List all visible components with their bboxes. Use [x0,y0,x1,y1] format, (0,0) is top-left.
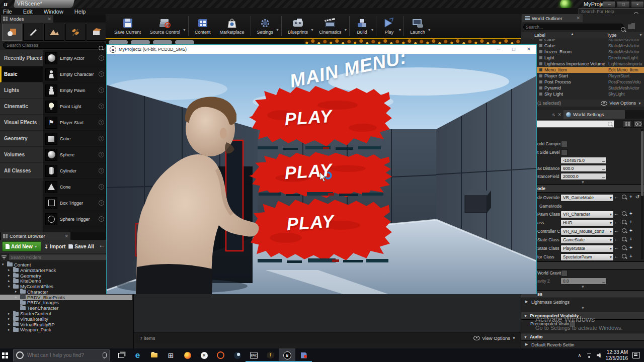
add-icon[interactable]: + [629,245,632,250]
taskbar-app[interactable] [295,348,312,362]
game-mode-section-header[interactable]: ode [521,185,644,193]
table-row[interactable]: Player Start PlayerStart [521,73,644,79]
grid-view-icon[interactable] [623,120,632,128]
scrollbar[interactable] [641,129,643,259]
search-classes-input[interactable] [3,42,106,49]
add-icon[interactable]: + [629,236,632,242]
back-arrow-icon[interactable]: ← [614,219,619,225]
chevron-down-icon[interactable]: ▼ [310,28,314,32]
tab-content-browser[interactable]: Content Browser ✕ [1,232,70,240]
expand-arrow-icon[interactable] [8,312,12,316]
expand-arrow-icon[interactable] [8,279,12,283]
expand-arrow-icon[interactable]: ▶ [525,300,528,304]
browse-icon[interactable] [622,237,626,241]
blueprints-button[interactable]: Blueprints [283,14,312,38]
settings-search-input[interactable] [523,120,614,128]
checkbox[interactable] [561,149,568,156]
browse-icon[interactable] [622,254,626,258]
physics-section-header[interactable] [521,261,644,269]
lightmass-settings-row[interactable]: ▶ Lightmass Settings [521,298,644,306]
create-folder-icon[interactable] [628,23,635,29]
back-arrow-icon[interactable]: ← [614,236,619,242]
expand-arrow-icon[interactable] [15,295,19,299]
game-window-title-bar[interactable]: u MyProject2 (64-bit, PCD3D_SM5) ─ □ ✕ [107,45,536,54]
table-row[interactable]: Post Process PostProcessVolu [521,79,644,85]
table-row[interactable]: Menu_Item Edit Menu_Item [521,67,644,73]
list-item[interactable]: Cone ? [43,179,106,195]
mode-paint-tab[interactable] [23,24,43,41]
close-icon[interactable]: ✕ [64,234,68,239]
category-item[interactable]: Basic [0,66,43,82]
wifi-icon[interactable] [586,353,592,358]
list-item[interactable]: Cube ? [43,131,106,147]
list-item[interactable]: Box Trigger ? [43,195,106,211]
player-controller-dropdown[interactable]: VR_KB_Mouse_contr [560,228,614,235]
game-state-dropdown[interactable]: GameState [560,236,614,244]
view-options-button[interactable]: View Options ▼ [473,335,516,341]
mode-landscape-tab[interactable] [44,24,64,41]
taskbar-app[interactable] [179,348,196,362]
cinematics-button[interactable]: Cinematics [314,14,346,38]
start-button[interactable] [0,348,13,362]
maximize-icon[interactable]: □ [506,45,521,54]
category-item[interactable]: All Classes [0,163,43,179]
close-icon[interactable]: ✕ [521,45,536,54]
back-arrow-icon[interactable]: ← [614,253,619,259]
outliner-search-input[interactable] [523,24,624,30]
taskbar-app[interactable] [146,348,163,362]
browse-icon[interactable] [622,220,626,224]
expand-arrow-icon[interactable] [8,322,12,326]
chevron-down-icon[interactable]: ▼ [183,28,186,32]
browse-icon[interactable] [622,195,626,199]
maximize-icon[interactable]: □ [617,1,630,8]
chevron-down-icon[interactable]: ▼ [370,28,374,32]
source-control-button[interactable]: Source Control [145,14,185,38]
taskbar-app[interactable] [279,348,295,362]
kill-z-field[interactable]: -1048575.0 [560,157,607,164]
expand-arrow-icon[interactable]: ▶ [525,342,528,346]
cortana-search-input[interactable] [26,352,100,358]
mode-place-tab[interactable] [2,24,22,41]
play-button[interactable]: Play [378,14,400,38]
chevron-down-icon[interactable]: ▼ [398,28,401,32]
taskbar-app[interactable] [246,348,262,362]
column-label[interactable]: Label [534,33,545,38]
add-icon[interactable]: + [629,194,632,200]
expand-arrow-icon[interactable] [15,290,19,294]
browse-icon[interactable] [622,245,626,250]
folder-tree-item[interactable]: Weapon_Pack [0,327,132,333]
hud-class-dropdown[interactable]: HUD [560,219,614,227]
category-item[interactable]: Lights [0,82,43,99]
expander-arrow-icon[interactable]: ▼ [521,306,644,310]
max-distance-field[interactable]: 600.0 [560,165,607,172]
category-item[interactable]: Visual Effects [0,115,43,131]
mode-geometry-tab[interactable] [87,24,107,41]
list-item[interactable]: Sphere ? [43,147,106,163]
add-icon[interactable]: + [629,228,632,233]
gamemode-override-dropdown[interactable]: VR_GameMode [560,194,614,202]
tab-world-outliner[interactable]: World Outliner ✕ [522,14,583,22]
expand-arrow-icon[interactable] [8,317,12,321]
folder-tree-item[interactable]: VirtualRealityBP [0,322,132,327]
table-row[interactable]: Lightmass Importance Volume LightmassImp… [521,61,644,67]
taskbar-app[interactable] [229,348,246,362]
lightmass-section-header[interactable]: ss [521,290,644,298]
taskbar-app[interactable] [113,348,129,362]
taskbar-app[interactable] [212,348,229,362]
category-item[interactable]: Recently Placed [0,50,43,66]
tab-modes[interactable]: Modes ✕ [1,15,53,23]
back-arrow-icon[interactable]: ← [99,241,105,249]
taskbar-app[interactable] [129,348,146,362]
menu-item[interactable]: File [3,8,12,15]
checkbox[interactable] [561,141,568,147]
add-new-button[interactable]: Add New ▼ [2,241,41,251]
import-button[interactable]: ↧ Import [44,244,66,249]
table-row[interactable]: Pyramid StaticMeshActor [521,85,644,91]
launch-button[interactable]: Launch [406,14,430,38]
marketplace-button[interactable]: Marketplace [215,14,249,38]
player-state-dropdown[interactable]: PlayerState [560,245,614,252]
list-item[interactable]: Sphere Trigger ? [43,211,106,227]
chevron-down-icon[interactable]: ▼ [344,28,348,32]
content-button[interactable]: Content [190,14,215,38]
expand-arrow-icon[interactable] [8,328,12,332]
